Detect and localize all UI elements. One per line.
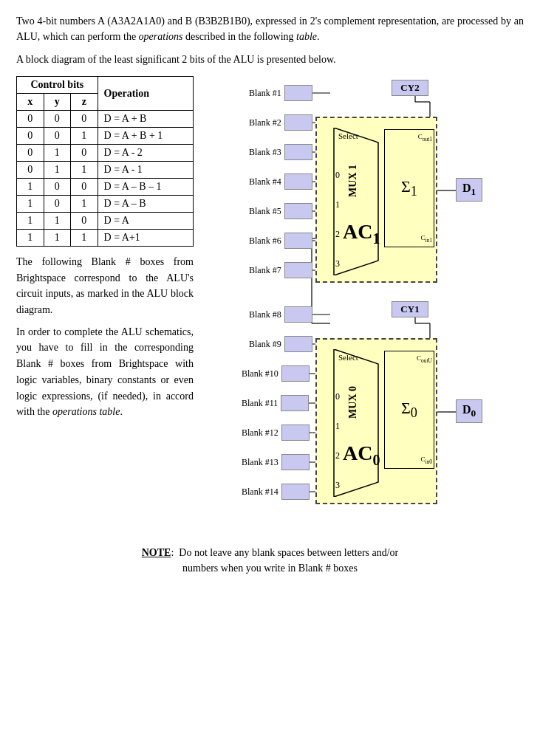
cell-op-2: D = A - 2 [98, 145, 193, 162]
cell-y-0: 0 [44, 111, 71, 128]
blank13-container: Blank #13 [242, 454, 310, 470]
mux0-svg: 0 1 2 3 [327, 349, 386, 497]
note-label: NOTE [142, 547, 171, 558]
blank1-label: Blank #1 [249, 88, 281, 99]
svg-text:1: 1 [335, 421, 340, 431]
blank14-box[interactable] [281, 484, 310, 500]
blank8-label: Blank #8 [249, 309, 281, 320]
operation-header: Operation [98, 77, 193, 111]
cell-y-7: 1 [44, 230, 71, 247]
italic-operations-1: operations [139, 31, 183, 42]
col-y-header: y [44, 94, 71, 111]
d1-output: D1 [456, 178, 482, 202]
blank13-box[interactable] [281, 454, 310, 470]
table-row: 110D = A [17, 213, 194, 230]
table-row: 011D = A - 1 [17, 162, 194, 179]
blank1-box[interactable] [284, 85, 312, 101]
italic-table-2: table [99, 406, 120, 417]
cell-x-4: 1 [17, 179, 44, 196]
blank9-box[interactable] [284, 336, 312, 352]
intro-paragraph-1: Two 4-bit numbers A (A3A2A1A0) and B (B3… [16, 13, 524, 44]
cell-z-1: 1 [71, 128, 98, 145]
blank11-label: Blank #11 [242, 398, 278, 409]
cell-x-0: 0 [17, 111, 44, 128]
blank4-box[interactable] [284, 173, 312, 190]
blank3-box[interactable] [284, 144, 312, 160]
cell-x-6: 1 [17, 213, 44, 230]
blank13-label: Blank #13 [242, 457, 278, 468]
control-bits-header: Control bits [17, 77, 98, 94]
blank2-container: Blank #2 [249, 114, 312, 131]
cell-y-4: 0 [44, 179, 71, 196]
mux1-shape: 0 1 2 3 MUX 1 Select [327, 128, 386, 275]
cell-z-6: 0 [71, 213, 98, 230]
blank10-box[interactable] [281, 365, 310, 382]
italic-table-1: table [296, 31, 317, 42]
cell-op-4: D = A – B – 1 [98, 179, 193, 196]
ac1-label: AC1 [343, 220, 380, 247]
cell-x-3: 0 [17, 162, 44, 179]
cell-z-0: 0 [71, 111, 98, 128]
main-layout: Control bits Operation x y z 000D = A + … [16, 76, 524, 534]
blank3-label: Blank #3 [249, 147, 281, 158]
cell-z-7: 1 [71, 230, 98, 247]
blank9-label: Blank #9 [249, 339, 281, 350]
cell-op-7: D = A+1 [98, 230, 193, 247]
cell-y-6: 1 [44, 213, 71, 230]
cin0-label: Cin0 [420, 456, 432, 465]
blank1-container: Blank #1 [249, 85, 312, 101]
cell-z-5: 1 [71, 196, 98, 213]
ac0-label: AC0 [343, 441, 380, 469]
d0-output: D0 [456, 399, 482, 423]
cell-z-2: 0 [71, 145, 98, 162]
cell-x-5: 1 [17, 196, 44, 213]
mux0-shape: 0 1 2 3 MUX 0 Select [327, 349, 386, 497]
mux1-select-label: Select [338, 131, 358, 140]
italic-operations-2: operations [52, 406, 97, 417]
blank7-box[interactable] [284, 262, 312, 278]
blank12-label: Blank #12 [242, 427, 278, 439]
note-line1: NOTE: Do not leave any blank spaces betw… [16, 545, 524, 560]
table-row: 000D = A + B [17, 111, 194, 128]
cell-y-2: 1 [44, 145, 71, 162]
svg-text:2: 2 [335, 229, 340, 239]
cy2-box: CY2 [392, 80, 428, 96]
table-row: 111D = A+1 [17, 230, 194, 247]
svg-text:2: 2 [335, 450, 340, 461]
note-line2: numbers when you write in Blank # boxes [16, 560, 524, 576]
blank12-box[interactable] [281, 425, 310, 441]
cout0-label: CoutU [417, 354, 432, 364]
cell-op-5: D = A – B [98, 196, 193, 213]
blank5-box[interactable] [284, 203, 312, 219]
blank6-box[interactable] [284, 233, 312, 249]
blank10-container: Blank #10 [242, 365, 310, 382]
blank6-container: Blank #6 [249, 233, 312, 249]
svg-marker-36 [334, 349, 378, 497]
col-z-header: z [71, 94, 98, 111]
sigma0-block: Σ0 CoutU Cin0 [384, 351, 434, 469]
truth-table: Control bits Operation x y z 000D = A + … [16, 76, 194, 247]
cout1-label: Cout1 [418, 133, 432, 142]
blank4-container: Blank #4 [249, 173, 312, 190]
cell-y-3: 1 [44, 162, 71, 179]
blank4-label: Blank #4 [249, 176, 281, 188]
cin1-label: Cin1 [420, 234, 432, 244]
svg-text:3: 3 [335, 480, 340, 490]
left-column: Control bits Operation x y z 000D = A + … [16, 76, 194, 534]
blank9-container: Blank #9 [249, 336, 312, 352]
blank2-box[interactable] [284, 114, 312, 131]
cell-z-4: 0 [71, 179, 98, 196]
blank8-container: Blank #8 [249, 306, 312, 323]
blank3-container: Blank #3 [249, 144, 312, 160]
mux1-label: MUX 1 [347, 165, 359, 197]
sigma1-block: Σ1 Cout1 Cin1 [384, 129, 434, 247]
table-row: 010D = A - 2 [17, 145, 194, 162]
blank8-box[interactable] [284, 306, 312, 323]
blank11-box[interactable] [281, 395, 309, 411]
cell-z-3: 1 [71, 162, 98, 179]
blank14-container: Blank #14 [242, 484, 310, 500]
blank12-container: Blank #12 [242, 425, 310, 441]
cell-x-2: 0 [17, 145, 44, 162]
table-row: 100D = A – B – 1 [17, 179, 194, 196]
sigma1-symbol: Σ1 [401, 177, 417, 199]
